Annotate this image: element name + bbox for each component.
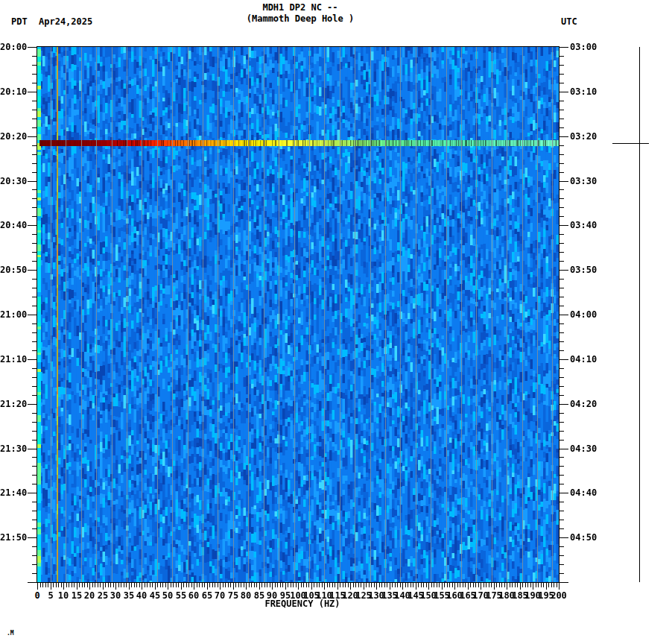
left-time-tick (32, 154, 37, 155)
freq-tick (405, 583, 406, 587)
left-time-tick (32, 234, 37, 235)
freq-tick (267, 583, 267, 587)
left-time-tick (32, 422, 37, 423)
freq-tick (264, 583, 265, 587)
freq-tick (204, 583, 205, 587)
freq-tick (223, 583, 224, 587)
left-time-tick (32, 101, 37, 101)
left-time-tick (32, 555, 37, 556)
freq-tick (118, 583, 119, 587)
freq-tick (303, 583, 304, 587)
freq-tick (314, 583, 314, 587)
freq-tick (197, 583, 197, 587)
freq-tick (348, 583, 349, 587)
right-time-tick (560, 225, 568, 226)
freq-tick (460, 583, 460, 587)
right-time-tick (560, 252, 564, 253)
right-time-tick (560, 386, 564, 387)
left-time-tick (32, 475, 37, 476)
freq-tick (129, 583, 130, 590)
freq-tick (152, 583, 153, 587)
right-time-tick (560, 172, 564, 173)
left-time-tick (32, 288, 37, 288)
freq-tick (418, 583, 419, 587)
left-time-label: 20:00 (0, 42, 27, 51)
freq-tick (311, 583, 312, 590)
right-time-tick (560, 520, 564, 520)
right-time-tick (560, 555, 564, 556)
freq-tick (543, 583, 544, 587)
freq-tick (376, 583, 377, 590)
left-time-tick (32, 528, 37, 529)
freq-tick (481, 583, 481, 590)
freq-tick (400, 583, 401, 587)
timezone-left-label: PDT (11, 16, 28, 27)
freq-tick (51, 583, 51, 590)
freq-tick (228, 583, 229, 587)
freq-tick (42, 583, 43, 587)
left-time-tick (32, 83, 37, 83)
freq-tick (434, 583, 434, 587)
freq-tick (256, 583, 257, 587)
spectrogram-canvas (37, 47, 559, 582)
freq-tick (551, 583, 552, 587)
right-time-label: 03:30 (570, 177, 597, 186)
freq-tick (324, 583, 325, 590)
freq-tick (329, 583, 330, 587)
freq-tick (541, 583, 542, 587)
freq-tick (345, 583, 346, 587)
right-time-tick (560, 127, 564, 128)
left-time-tick (32, 341, 37, 342)
freq-tick (522, 583, 523, 587)
freq-tick (486, 583, 486, 587)
freq-tick (95, 583, 95, 587)
right-time-tick (560, 573, 564, 574)
right-time-tick (560, 493, 568, 493)
time-cursor-event-marker (612, 143, 649, 144)
left-time-tick (32, 172, 37, 173)
freq-tick (186, 583, 187, 587)
freq-tick (530, 583, 531, 587)
freq-tick (548, 583, 549, 587)
left-time-tick (32, 119, 37, 119)
right-time-label: 03:40 (570, 221, 597, 230)
left-time-label: 21:30 (0, 444, 27, 453)
date-label: Apr24,2025 (39, 16, 92, 27)
right-time-label: 03:00 (570, 42, 597, 51)
freq-tick (416, 583, 416, 590)
left-time-tick (32, 332, 37, 333)
freq-tick (468, 583, 469, 590)
freq-tick (215, 583, 215, 587)
freq-tick (527, 583, 528, 587)
freq-tick (157, 583, 158, 587)
freq-tick (142, 583, 142, 590)
freq-tick (251, 583, 252, 587)
left-time-label: 20:40 (0, 221, 27, 230)
freq-tick (259, 583, 260, 590)
right-time-tick (560, 243, 564, 244)
left-time-tick (32, 297, 37, 297)
right-time-tick (560, 332, 564, 333)
freq-tick (554, 583, 554, 587)
freq-tick (63, 583, 64, 590)
freq-tick (454, 583, 455, 590)
right-time-tick (560, 163, 564, 164)
freq-tick (160, 583, 161, 587)
left-time-tick (32, 163, 37, 164)
left-time-tick (32, 511, 37, 511)
left-time-tick (28, 136, 37, 137)
freq-tick (121, 583, 121, 587)
right-time-label: 03:20 (570, 132, 597, 141)
left-time-label: 21:10 (0, 355, 27, 364)
freq-tick (58, 583, 59, 587)
freq-tick (37, 583, 38, 590)
left-time-tick (32, 484, 37, 484)
freq-tick (301, 583, 302, 587)
left-time-tick (32, 323, 37, 324)
freq-tick (475, 583, 476, 587)
left-time-label: 21:20 (0, 400, 27, 408)
left-time-tick (32, 243, 37, 244)
right-time-tick (560, 261, 564, 262)
freq-tick (285, 583, 286, 590)
freq-tick (296, 583, 297, 587)
